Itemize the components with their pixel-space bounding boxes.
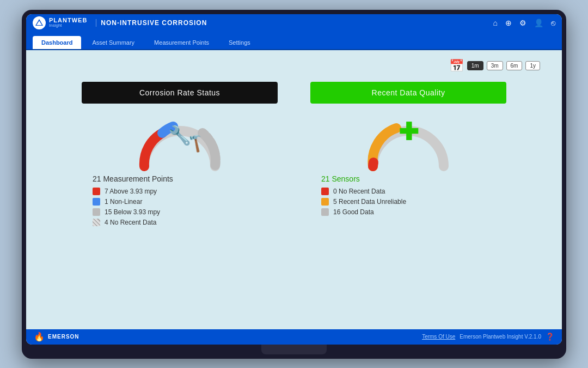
dq-legend-color-gray [321, 208, 329, 216]
tab-measurement-points[interactable]: Measurement Points [145, 36, 218, 49]
emerson-flame-icon: 🔥 [34, 331, 45, 342]
legend-item-gray: 15 Below 3.93 mpy [93, 208, 278, 216]
top-bar: PLANTWEB Insight NON-INTRUSIVE CORROSION… [26, 14, 562, 32]
data-quality-legend-title: 21 Sensors [321, 174, 506, 183]
legend-color-gray [93, 208, 100, 216]
dq-legend-item-gray: 16 Good Data [321, 208, 506, 216]
data-quality-gauge: ✚ [365, 114, 452, 169]
corrosion-rate-header: Corrosion Rate Status [82, 82, 278, 104]
corrosion-gauge: 🔧 🔨 [136, 114, 223, 169]
cards-row: Corrosion Rate Status [48, 82, 540, 229]
corrosion-rate-card: Corrosion Rate Status [82, 82, 278, 229]
screen: PLANTWEB Insight NON-INTRUSIVE CORROSION… [26, 14, 562, 345]
top-bar-left: PLANTWEB Insight NON-INTRUSIVE CORROSION [33, 16, 207, 29]
legend-item-blue: 1 Non-Linear [93, 198, 278, 206]
legend-item-red: 7 Above 3.93 mpy [93, 188, 278, 195]
main-content: 📅 1m 3m 6m 1y Corrosion Rate Status [26, 50, 562, 329]
legend-color-red [93, 188, 100, 195]
version-text: Emerson Plantweb Insight V.2.1.0 [460, 334, 541, 340]
tab-asset-summary[interactable]: Asset Summary [83, 36, 143, 49]
bottom-bar: 🔥 EMERSON Terms Of Use Emerson Plantweb … [26, 329, 562, 345]
logo-icon [33, 16, 46, 29]
dq-legend-label-orange: 5 Recent Data Unreliable [333, 198, 406, 206]
data-quality-legend: 21 Sensors 0 No Recent Data 5 Recent Dat… [310, 174, 506, 216]
terms-of-use-link[interactable]: Terms Of Use [422, 334, 455, 340]
data-quality-gauge-container: ✚ [310, 114, 506, 169]
time-btn-1m[interactable]: 1m [467, 61, 483, 70]
dq-legend-item-orange: 5 Recent Data Unreliable [321, 198, 506, 206]
globe-icon[interactable]: ⊕ [505, 19, 512, 27]
time-btn-6m[interactable]: 6m [506, 61, 523, 70]
nav-bar: Dashboard Asset Summary Measurement Poin… [26, 32, 562, 50]
data-quality-card: Recent Data Quality [310, 82, 506, 229]
help-icon[interactable]: ❓ [546, 333, 554, 341]
time-filter: 📅 1m 3m 6m 1y [48, 59, 540, 73]
legend-color-blue [93, 198, 100, 206]
top-bar-right: ⌂ ⊕ ⚙ 👤 ⎋ [493, 19, 555, 27]
time-btn-3m[interactable]: 3m [487, 61, 503, 70]
tab-dashboard[interactable]: Dashboard [33, 36, 81, 49]
monitor-stand [261, 345, 327, 354]
app-title: NON-INTRUSIVE CORROSION [96, 19, 207, 27]
bottom-right: Terms Of Use Emerson Plantweb Insight V.… [422, 333, 554, 341]
emerson-logo: 🔥 EMERSON [34, 331, 79, 342]
dq-legend-label-red: 0 No Recent Data [333, 188, 385, 195]
corrosion-gauge-container: 🔧 🔨 [82, 114, 278, 169]
settings-icon[interactable]: ⚙ [519, 19, 526, 27]
dq-legend-label-gray: 16 Good Data [333, 208, 374, 216]
user-icon[interactable]: 👤 [534, 19, 543, 27]
health-cross-icon: ✚ [399, 120, 419, 144]
legend-label-hatch: 4 No Recent Data [105, 219, 156, 226]
dq-legend-color-orange [321, 198, 329, 206]
legend-item-hatch: 4 No Recent Data [93, 219, 278, 226]
emerson-brand: EMERSON [48, 334, 79, 340]
legend-color-hatch [93, 219, 100, 226]
legend-label-blue: 1 Non-Linear [105, 198, 142, 206]
plantweb-logo: PLANTWEB Insight [33, 16, 87, 29]
data-quality-header: Recent Data Quality [310, 82, 506, 104]
logout-icon[interactable]: ⎋ [551, 19, 555, 27]
monitor: PLANTWEB Insight NON-INTRUSIVE CORROSION… [22, 10, 566, 359]
calendar-icon: 📅 [449, 59, 464, 73]
time-btn-1y[interactable]: 1y [525, 61, 540, 70]
corrosion-legend: 21 Measurement Points 7 Above 3.93 mpy 1… [82, 174, 278, 226]
tab-settings[interactable]: Settings [220, 36, 259, 49]
logo-subtext: Insight [49, 23, 87, 28]
legend-label-gray: 15 Below 3.93 mpy [105, 208, 160, 216]
corrosion-legend-title: 21 Measurement Points [93, 174, 278, 183]
home-icon[interactable]: ⌂ [493, 19, 498, 27]
dq-legend-item-red: 0 No Recent Data [321, 188, 506, 195]
legend-label-red: 7 Above 3.93 mpy [105, 188, 157, 195]
dq-legend-color-red [321, 188, 329, 195]
